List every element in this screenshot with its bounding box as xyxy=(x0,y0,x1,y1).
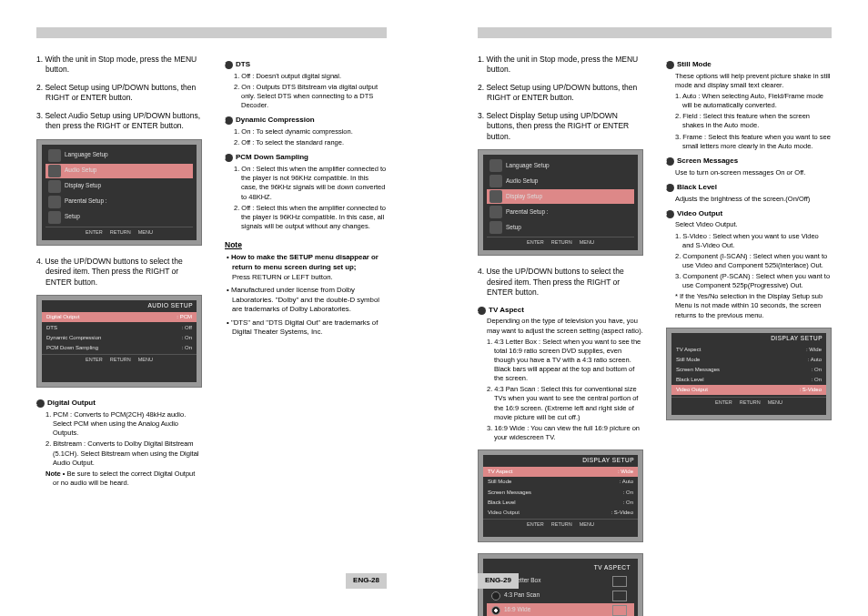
left-col-2: 2DTS 1. Off : Doesn't output digital sig… xyxy=(225,55,387,490)
step-2: 2. Select Setup using UP/DOWN buttons, t… xyxy=(36,83,202,104)
video-output-heading: 5Video Output xyxy=(666,209,832,219)
page-left: 1. With the unit in Stop mode, press the… xyxy=(0,0,432,616)
left-col-1: 1. With the unit in Stop mode, press the… xyxy=(36,55,202,490)
still-mode-heading: 2Still Mode xyxy=(666,60,832,70)
osd-audio-setup: AUDIO SETUP Digital Output: PCM DTS: Off… xyxy=(36,295,202,388)
dts-heading: 2DTS xyxy=(225,60,387,70)
osd-display-setup-2: DISPLAY SETUP TV Aspect: Wide Still Mode… xyxy=(666,328,832,420)
tv-aspect-heading: 1TV Aspect xyxy=(478,306,643,316)
header-bar xyxy=(36,27,387,38)
digital-output-heading: 1Digital Output xyxy=(36,399,202,409)
dynamic-heading: 3Dynamic Compression xyxy=(225,116,387,126)
osd-item-selected: Audio Setup xyxy=(45,164,193,178)
page-number: ENG-29 xyxy=(478,573,519,589)
osd-main-menu-r: Language Setup Audio Setup Display Setup… xyxy=(478,149,643,256)
osd-item: Parental Setup : xyxy=(45,195,193,209)
right-col-2: 2Still Mode These options will help prev… xyxy=(666,55,832,616)
osd-item: Language Setup xyxy=(45,148,193,163)
step-3: 3. Select Audio Setup using UP/DOWN butt… xyxy=(36,111,202,132)
page-number: ENG-28 xyxy=(346,573,387,589)
osd-main-menu: Language Setup Audio Setup Display Setup… xyxy=(36,139,202,246)
page-spread: 1. With the unit in Stop mode, press the… xyxy=(0,0,868,616)
osd-display-setup: DISPLAY SETUP TV Aspect: Wide Still Mode… xyxy=(478,449,643,542)
osd-item: Setup xyxy=(45,210,193,225)
page-right: 1. With the unit in Stop mode, press the… xyxy=(432,0,868,616)
right-col-1: 1. With the unit in Stop mode, press the… xyxy=(478,55,643,616)
screen-messages-heading: 3Screen Messages xyxy=(666,157,832,167)
note-heading: Note xyxy=(225,240,387,250)
step-4: 4. Use the UP/DOWN buttons to select the… xyxy=(36,257,202,288)
pcm-heading: 4PCM Down Sampling xyxy=(225,153,387,163)
step-1: 1. With the unit in Stop mode, press the… xyxy=(36,55,202,76)
header-bar xyxy=(478,27,832,38)
black-level-heading: 4Black Level xyxy=(666,183,832,193)
osd-item: Display Setup xyxy=(45,179,193,194)
